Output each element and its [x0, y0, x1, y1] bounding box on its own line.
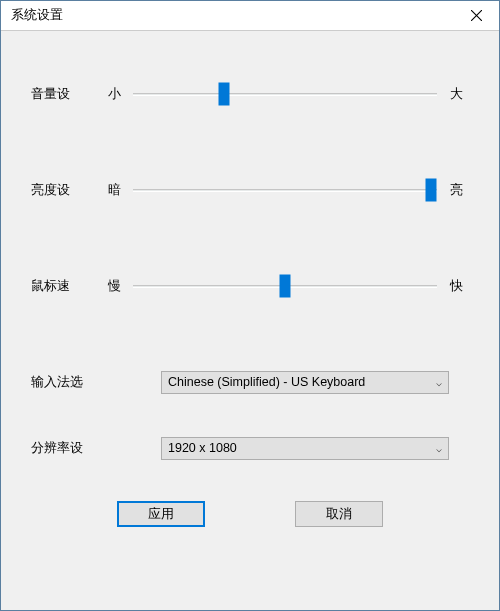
titlebar: 系统设置: [1, 1, 499, 31]
resolution-select[interactable]: 1920 x 1080 ⌵: [161, 437, 449, 460]
cancel-button-label: 取消: [326, 505, 352, 523]
content-area: 音量设 小 大 亮度设 暗 亮 鼠标速 慢: [1, 31, 499, 527]
ime-selected-value: Chinese (Simplified) - US Keyboard: [168, 375, 365, 389]
cancel-button[interactable]: 取消: [295, 501, 383, 527]
resolution-label: 分辨率设: [31, 439, 101, 457]
ime-label: 输入法选: [31, 373, 101, 391]
volume-min-label: 小: [101, 85, 127, 103]
brightness-slider[interactable]: [127, 177, 443, 203]
resolution-selected-value: 1920 x 1080: [168, 441, 237, 455]
slider-track: [133, 93, 437, 96]
resolution-row: 分辨率设 1920 x 1080 ⌵: [31, 435, 469, 461]
mouse-row: 鼠标速 慢 快: [31, 273, 469, 299]
chevron-down-icon: ⌵: [436, 443, 442, 454]
chevron-down-icon: ⌵: [436, 377, 442, 388]
apply-button-label: 应用: [148, 505, 174, 523]
mouse-slider[interactable]: [127, 273, 443, 299]
close-icon: [471, 10, 482, 21]
slider-thumb[interactable]: [219, 83, 230, 106]
volume-row: 音量设 小 大: [31, 81, 469, 107]
mouse-min-label: 慢: [101, 277, 127, 295]
volume-max-label: 大: [443, 85, 469, 103]
settings-window: 系统设置 音量设 小 大 亮度设 暗 亮: [0, 0, 500, 611]
window-title: 系统设置: [11, 7, 63, 24]
brightness-max-label: 亮: [443, 181, 469, 199]
slider-track: [133, 189, 437, 192]
slider-track: [133, 285, 437, 288]
ime-row: 输入法选 Chinese (Simplified) - US Keyboard …: [31, 369, 469, 395]
close-button[interactable]: [453, 1, 499, 31]
slider-thumb[interactable]: [425, 179, 436, 202]
resolution-control-area: 1920 x 1080 ⌵: [101, 437, 469, 460]
slider-thumb[interactable]: [280, 275, 291, 298]
ime-select[interactable]: Chinese (Simplified) - US Keyboard ⌵: [161, 371, 449, 394]
volume-label: 音量设: [31, 85, 101, 103]
apply-button[interactable]: 应用: [117, 501, 205, 527]
brightness-row: 亮度设 暗 亮: [31, 177, 469, 203]
ime-control-area: Chinese (Simplified) - US Keyboard ⌵: [101, 371, 469, 394]
mouse-label: 鼠标速: [31, 277, 101, 295]
button-row: 应用 取消: [31, 501, 469, 527]
volume-slider[interactable]: [127, 81, 443, 107]
mouse-max-label: 快: [443, 277, 469, 295]
brightness-min-label: 暗: [101, 181, 127, 199]
brightness-label: 亮度设: [31, 181, 101, 199]
